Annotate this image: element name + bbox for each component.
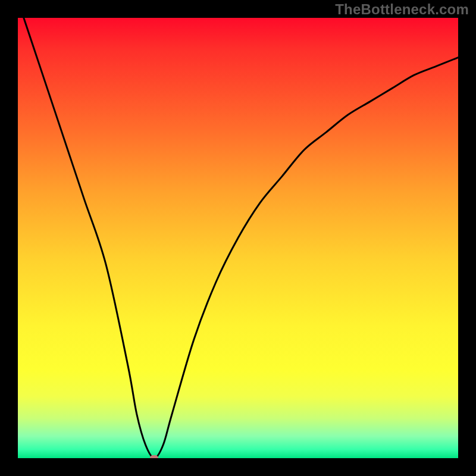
bottleneck-curve [18,18,458,458]
chart-frame: TheBottleneck.com [0,0,476,476]
plot-area [18,18,458,458]
optimum-marker [150,455,158,458]
watermark-text: TheBottleneck.com [335,1,469,18]
